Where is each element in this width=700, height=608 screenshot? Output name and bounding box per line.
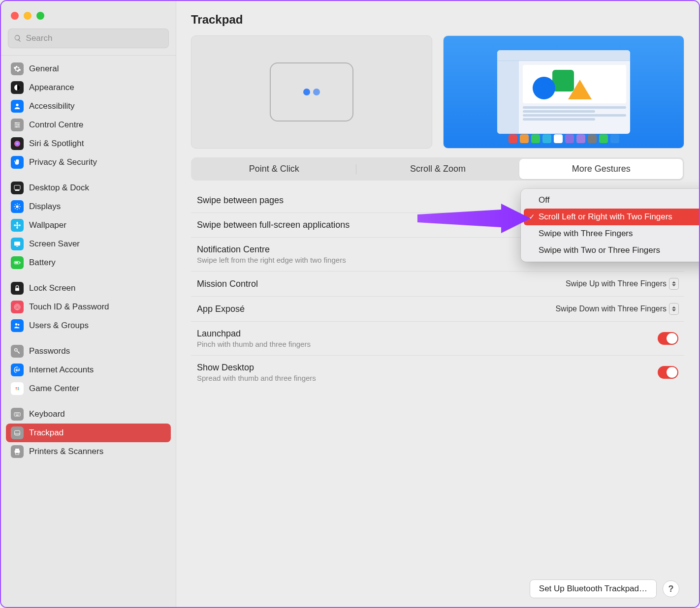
tab-scroll-zoom[interactable]: Scroll & Zoom bbox=[356, 159, 520, 179]
preview-row bbox=[191, 35, 684, 149]
sidebar-item-internet-accounts[interactable]: Internet Accounts bbox=[6, 361, 171, 379]
svg-point-12 bbox=[14, 224, 16, 226]
sidebar-item-game-center[interactable]: Game Center bbox=[6, 379, 171, 398]
sidebar-item-appearance[interactable]: Appearance bbox=[6, 78, 171, 97]
svg-rect-34 bbox=[15, 430, 20, 435]
select-value[interactable]: Swipe Up with Three Fingers bbox=[566, 278, 678, 289]
sun-icon bbox=[11, 200, 24, 213]
dock-icon bbox=[509, 134, 619, 143]
sidebar-item-control-centre[interactable]: Control Centre bbox=[6, 116, 171, 134]
gear-icon bbox=[11, 62, 24, 75]
search-field[interactable] bbox=[8, 29, 169, 48]
svg-point-24 bbox=[16, 387, 17, 389]
tab-more-gestures[interactable]: More Gestures bbox=[519, 159, 683, 179]
toggle[interactable] bbox=[658, 366, 678, 379]
setup-bluetooth-button[interactable]: Set Up Bluetooth Trackpad… bbox=[530, 579, 657, 598]
printer-icon bbox=[11, 445, 24, 458]
at-icon bbox=[11, 364, 24, 376]
desktop-preview bbox=[443, 35, 684, 149]
tab-bar: Point & ClickScroll & ZoomMore Gestures bbox=[191, 157, 684, 181]
dock-icon bbox=[11, 182, 24, 194]
search-input[interactable] bbox=[26, 33, 163, 43]
lock-icon bbox=[11, 282, 24, 295]
sidebar-item-keyboard[interactable]: Keyboard bbox=[6, 405, 171, 424]
keyboard-icon bbox=[11, 408, 24, 421]
select-value[interactable]: Swipe Down with Three Fingers bbox=[555, 304, 678, 314]
sidebar-item-desktop-dock[interactable]: Desktop & Dock bbox=[6, 179, 171, 197]
sidebar-item-label: Game Center bbox=[29, 384, 79, 394]
svg-point-25 bbox=[18, 387, 19, 389]
sidebar-item-label: General bbox=[29, 64, 59, 74]
sidebar-item-label: Desktop & Dock bbox=[29, 183, 89, 193]
svg-point-20 bbox=[15, 323, 18, 326]
setting-launchpad: LaunchpadPinch with thumb and three fing… bbox=[191, 322, 684, 356]
setting-label: Launchpad bbox=[197, 329, 658, 339]
minimize-icon[interactable] bbox=[24, 12, 32, 20]
svg-rect-28 bbox=[14, 413, 20, 416]
sliders-icon bbox=[11, 119, 24, 131]
svg-point-9 bbox=[16, 224, 18, 226]
window-controls bbox=[1, 7, 176, 29]
svg-rect-30 bbox=[16, 414, 17, 414]
setting-mission-control: Mission ControlSwipe Up with Three Finge… bbox=[191, 272, 684, 297]
svg-rect-36 bbox=[15, 449, 19, 450]
sidebar-item-general[interactable]: General bbox=[6, 60, 171, 78]
tab-point-click[interactable]: Point & Click bbox=[192, 159, 356, 179]
flower-icon bbox=[11, 219, 24, 232]
svg-point-4 bbox=[16, 126, 17, 128]
footer-bar: Set Up Bluetooth Trackpad… ? bbox=[191, 571, 684, 607]
svg-point-8 bbox=[16, 205, 18, 208]
sidebar-item-wallpaper[interactable]: Wallpaper bbox=[6, 216, 171, 235]
sidebar-item-screen-saver[interactable]: Screen Saver bbox=[6, 235, 171, 253]
sidebar-item-privacy-security[interactable]: Privacy & Security bbox=[6, 153, 171, 172]
svg-point-26 bbox=[16, 389, 17, 391]
sidebar-item-label: Control Centre bbox=[29, 120, 84, 130]
chevron-updown-icon bbox=[669, 304, 678, 314]
sidebar-item-siri-spotlight[interactable]: Siri & Spotlight bbox=[6, 134, 171, 153]
sidebar-item-printers-scanners[interactable]: Printers & Scanners bbox=[6, 442, 171, 461]
dropdown-option[interactable]: Swipe with Two or Three Fingers bbox=[524, 242, 700, 259]
help-button[interactable]: ? bbox=[663, 580, 679, 597]
key-icon bbox=[11, 345, 24, 358]
svg-point-2 bbox=[15, 122, 17, 124]
close-icon[interactable] bbox=[11, 12, 19, 20]
sidebar-item-label: Keyboard bbox=[29, 409, 65, 419]
search-icon bbox=[14, 34, 22, 43]
main-pane: Trackpad Point & ClickScrol bbox=[176, 1, 699, 607]
sidebar-item-label: Touch ID & Password bbox=[29, 302, 109, 312]
sidebar-item-battery[interactable]: Battery bbox=[6, 253, 171, 272]
dropdown-option[interactable]: Off bbox=[524, 192, 700, 209]
svg-rect-33 bbox=[16, 415, 18, 415]
sidebar-item-passwords[interactable]: Passwords bbox=[6, 342, 171, 361]
toggle[interactable] bbox=[658, 332, 678, 345]
svg-point-3 bbox=[18, 124, 19, 126]
svg-point-10 bbox=[16, 222, 18, 224]
sidebar-item-displays[interactable]: Displays bbox=[6, 197, 171, 216]
users-icon bbox=[11, 319, 24, 332]
sidebar-item-label: Battery bbox=[29, 258, 56, 268]
sidebar-item-lock-screen[interactable]: Lock Screen bbox=[6, 279, 171, 298]
trackpad-icon bbox=[11, 426, 24, 439]
sidebar-item-label: Users & Groups bbox=[29, 321, 89, 331]
sidebar-item-trackpad[interactable]: Trackpad bbox=[6, 424, 171, 442]
svg-rect-19 bbox=[15, 288, 19, 291]
svg-rect-32 bbox=[18, 414, 19, 414]
sidebar-item-label: Printers & Scanners bbox=[29, 447, 103, 456]
svg-rect-29 bbox=[15, 414, 16, 414]
sidebar-item-label: Lock Screen bbox=[29, 283, 76, 293]
siri-icon bbox=[11, 137, 24, 150]
svg-rect-18 bbox=[15, 262, 18, 264]
swipe-pages-dropdown[interactable]: OffScroll Left or Right with Two Fingers… bbox=[521, 189, 700, 262]
sidebar-item-users-groups[interactable]: Users & Groups bbox=[6, 316, 171, 335]
dropdown-option[interactable]: Swipe with Three Fingers bbox=[524, 225, 700, 242]
svg-rect-15 bbox=[16, 246, 18, 246]
setting-label: App Exposé bbox=[197, 304, 555, 314]
sidebar-item-touch-id-password[interactable]: Touch ID & Password bbox=[6, 298, 171, 316]
chevron-updown-icon bbox=[669, 278, 678, 289]
setting-app-expos-: App ExposéSwipe Down with Three Fingers bbox=[191, 297, 684, 322]
dropdown-option[interactable]: Scroll Left or Right with Two Fingers bbox=[524, 209, 700, 225]
trackpad-preview bbox=[191, 35, 432, 149]
sidebar-item-accessibility[interactable]: Accessibility bbox=[6, 97, 171, 116]
svg-point-22 bbox=[15, 349, 17, 351]
fullscreen-icon[interactable] bbox=[36, 12, 44, 20]
